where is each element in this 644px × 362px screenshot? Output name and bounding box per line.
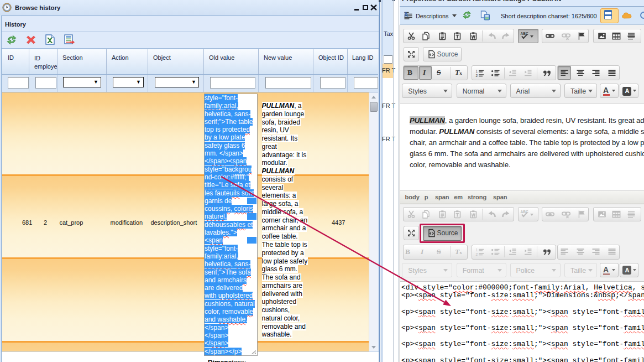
svg-text:A: A [404,12,408,18]
